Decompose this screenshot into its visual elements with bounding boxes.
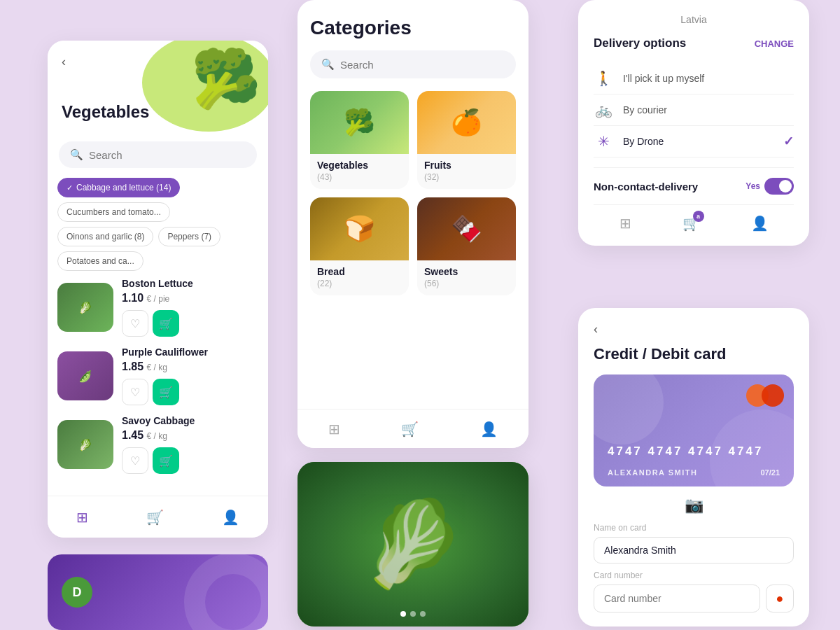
name-on-card-input[interactable] [594, 537, 794, 564]
search-icon: 🔍 [321, 58, 335, 71]
product-item: 🥬 Savoy Cabbage 1.45 € / kg ♡ 🛒 [57, 415, 258, 474]
delivery-option-drone[interactable]: ✳ By Drone ✓ [594, 126, 794, 158]
search-icon: 🔍 [70, 148, 83, 161]
filter-chip-peppers[interactable]: Peppers (7) [158, 227, 220, 246]
dot-3[interactable] [420, 611, 426, 617]
add-to-cart-button[interactable]: 🛒 [153, 310, 179, 337]
dot-2[interactable] [410, 611, 416, 617]
category-name: Fruits [424, 160, 509, 171]
filter-chip-onions[interactable]: Oinons and garlic (8) [57, 227, 153, 246]
product-actions: ♡ 🛒 [122, 310, 258, 337]
category-name: Sweets [424, 266, 509, 277]
add-to-cart-button[interactable]: 🛒 [153, 447, 179, 474]
credit-card-visual: 4747 4747 4747 4747 ALEXANDRA SMITH 07/2… [594, 374, 794, 486]
product-name: Boston Lettuce [122, 278, 258, 289]
filter-chip-cucumbers[interactable]: Cucumbers and tomato... [57, 202, 170, 222]
non-contact-toggle[interactable] [764, 178, 794, 195]
product-info: Savoy Cabbage 1.45 € / kg ♡ 🛒 [122, 415, 258, 474]
filter-chips: Cabbage and lettuce (14) Cucumbers and t… [48, 178, 268, 271]
category-name: Bread [317, 266, 402, 277]
change-button[interactable]: CHANGE [755, 38, 794, 49]
delivery-option-pickup[interactable]: 🚶 I'll pick it up myself [594, 63, 794, 94]
nav-user-icon[interactable]: 👤 [480, 421, 498, 438]
category-card-vegetables[interactable]: 🥦 Vegetables (43) [310, 91, 409, 189]
product-name: Purple Cauliflower [122, 346, 258, 358]
category-image-sweets: 🍫 [417, 197, 516, 260]
product-item: 🫛 Purple Cauliflower 1.85 € / kg ♡ 🛒 [57, 346, 258, 405]
card-panel-title: Credit / Debit card [594, 345, 794, 363]
camera-scan-icon[interactable]: 📷 [594, 496, 794, 514]
categories-grid: 🥦 Vegetables (43) 🍊 Fruits (32) 🍞 Bread … [310, 91, 516, 295]
nav-grid-icon[interactable]: ⊞ [328, 421, 340, 438]
nav-cart-icon[interactable]: 🛒 [401, 421, 419, 438]
search-bar[interactable]: 🔍 [59, 141, 257, 168]
product-image-boston: 🥬 [57, 283, 113, 332]
category-info: Sweets (56) [417, 260, 516, 295]
nav-cart-icon[interactable]: 🛒 [146, 509, 164, 526]
card-number-display: 4747 4747 4747 4747 [608, 444, 763, 458]
category-info: Fruits (32) [417, 154, 516, 189]
card-back-button[interactable]: ‹ [594, 322, 794, 337]
category-count: (32) [424, 172, 509, 182]
nav-grid-icon[interactable]: ⊞ [76, 509, 88, 526]
panel-header: 🥦 ‹ Vegetables [48, 41, 268, 132]
wishlist-button[interactable]: ♡ [122, 447, 148, 474]
product-price: 1.45 € / kg [122, 429, 258, 442]
category-image-fruits: 🍊 [417, 91, 516, 154]
delivery-options-panel: Latvia Delivery options CHANGE 🚶 I'll pi… [578, 0, 809, 246]
leaf-decoration: 🥦 [191, 46, 261, 112]
drone-label: By Drone [623, 136, 774, 147]
nav-user-icon[interactable]: 👤 [222, 509, 239, 526]
back-button[interactable]: ‹ [62, 55, 66, 69]
card-holder-name: ALEXANDRA SMITH [608, 468, 697, 477]
category-search-bar[interactable]: 🔍 [310, 50, 516, 78]
card-brand-icon: ● [766, 584, 794, 612]
lettuce-emoji: 🥬 [360, 495, 465, 594]
product-item: 🥬 Boston Lettuce 1.10 € / pie ♡ 🛒 [57, 278, 258, 337]
product-info: Purple Cauliflower 1.85 € / kg ♡ 🛒 [122, 346, 258, 405]
wishlist-button[interactable]: ♡ [122, 310, 148, 337]
courier-label: By courier [623, 104, 794, 115]
bottom-card-panel: D [48, 554, 268, 630]
delivery-option-courier[interactable]: 🚲 By courier [594, 94, 794, 126]
nav-user-icon[interactable]: 👤 [751, 215, 769, 232]
delivery-bottom-nav: ⊞ 🛒 a 👤 [594, 204, 794, 232]
product-price: 1.85 € / kg [122, 360, 258, 373]
carousel-dots [400, 611, 426, 617]
pickup-label: I'll pick it up myself [623, 73, 794, 84]
product-image-cabbage: 🥬 [57, 420, 113, 469]
category-info: Bread (22) [310, 260, 409, 295]
card-number-input[interactable] [594, 584, 760, 612]
product-name: Savoy Cabbage [122, 415, 258, 426]
category-image-bread: 🍞 [310, 197, 409, 260]
courier-icon: 🚲 [594, 102, 613, 118]
category-card-fruits[interactable]: 🍊 Fruits (32) [417, 91, 516, 189]
add-to-cart-button[interactable]: 🛒 [153, 379, 179, 405]
toggle-yes-label: Yes [746, 181, 760, 191]
lettuce-image-panel: 🥬 [298, 462, 528, 626]
delivery-title: Delivery options [594, 36, 686, 50]
card-expiry-date: 07/21 [760, 468, 780, 477]
filter-chip-potatoes[interactable]: Potatoes and ca... [57, 251, 144, 271]
product-info: Boston Lettuce 1.10 € / pie ♡ 🛒 [122, 278, 258, 337]
non-contact-toggle-wrap: Yes [746, 178, 794, 195]
categories-panel: Categories 🔍 🥦 Vegetables (43) 🍊 Fruits … [298, 0, 528, 448]
card-number-label: Card number [594, 570, 794, 580]
nav-grid-icon[interactable]: ⊞ [620, 215, 631, 232]
category-count: (56) [424, 279, 509, 288]
category-search-input[interactable] [340, 59, 505, 71]
category-info: Vegetables (43) [310, 154, 409, 189]
category-card-bread[interactable]: 🍞 Bread (22) [310, 197, 409, 295]
product-price: 1.10 € / pie [122, 292, 258, 304]
credit-card-panel: ‹ Credit / Debit card 4747 4747 4747 474… [578, 308, 809, 626]
location-label: Latvia [594, 14, 794, 25]
category-image-vegetables: 🥦 [310, 91, 409, 154]
page-title: Vegetables [62, 102, 149, 122]
dot-1[interactable] [400, 611, 406, 617]
non-contact-label: Non-contact-delivery [594, 181, 698, 192]
filter-chip-cabbage[interactable]: Cabbage and lettuce (14) [57, 178, 180, 197]
category-card-sweets[interactable]: 🍫 Sweets (56) [417, 197, 516, 295]
search-input[interactable] [89, 149, 246, 161]
card-arc-decoration [184, 554, 268, 630]
wishlist-button[interactable]: ♡ [122, 379, 148, 405]
